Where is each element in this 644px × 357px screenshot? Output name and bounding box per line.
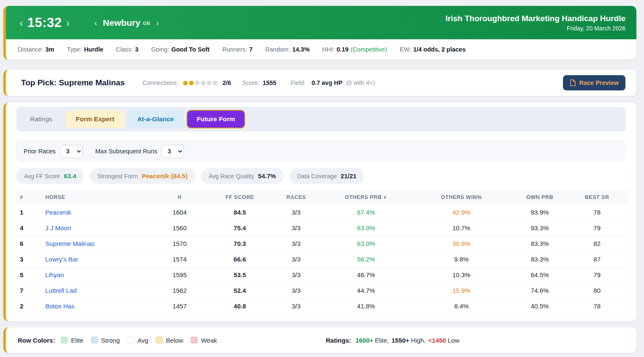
cell-best-sr: 79 [566, 220, 628, 236]
column-header-own-prb[interactable]: OWN PRB [514, 190, 566, 204]
max-subsequent-runs-label: Max Subsequent Runs [95, 148, 157, 155]
legend-item-avg: Avg [127, 337, 149, 344]
rating-tier-label: Low [448, 337, 460, 344]
stat-pill-data-coverage: Data Coverage21/21 [290, 168, 364, 184]
next-race-chevron-icon[interactable]: › [63, 17, 72, 28]
race-info-item: Class:3 [116, 46, 138, 53]
cell-ff-score: 40.8 [211, 298, 269, 314]
stat-value: 63.4 [64, 172, 76, 180]
horse-link[interactable]: J J Moon [45, 224, 71, 232]
column-header-ff-score[interactable]: FF SCORE [211, 190, 269, 204]
cell-own-prb: 83.3% [514, 236, 566, 251]
race-header-card: ‹ 15:32 › ‹ Newbury GB › Irish Thoroughb… [3, 6, 636, 60]
cell-h-rating: 1604 [149, 204, 211, 220]
table-row: 2Botox Has145740.83/341.8%8.4%40.5%78 [16, 298, 628, 314]
horse-link[interactable]: Supreme Malinas [45, 240, 95, 247]
race-title: Irish Thoroughbred Marketing Handicap Hu… [446, 14, 625, 23]
top-pick-title: Top Pick: Supreme Malinas [21, 78, 125, 87]
column-header-horse[interactable]: HORSE [44, 190, 149, 204]
field-label: Field: [291, 79, 306, 86]
legend-item-strong: Strong [91, 337, 120, 344]
connection-dot [189, 81, 194, 85]
connections-group: Connections: 2/6 [143, 79, 231, 86]
race-info-item: Runners:7 [222, 46, 253, 53]
cell-others-prb: 46.7% [323, 267, 409, 283]
cell-others-win: 9.8% [409, 251, 514, 267]
race-info-item: Going:Good To Soft [151, 46, 209, 53]
prev-course-chevron-icon[interactable]: ‹ [92, 19, 100, 27]
horse-link[interactable]: Lowry's Bar [45, 256, 78, 263]
tab-at-a-glance[interactable]: At-a-Glance [127, 110, 184, 128]
connections-count: 2/6 [222, 79, 231, 86]
cell-others-prb: 67.4% [323, 204, 409, 220]
race-info-label: Going: [151, 46, 169, 53]
race-banner: ‹ 15:32 › ‹ Newbury GB › Irish Thoroughb… [6, 6, 636, 39]
column-header-others-win-[interactable]: OTHERS WIN% [409, 190, 514, 204]
field-value: 0.7 avg HP [311, 79, 342, 86]
table-row: 5Lihyan159553.53/346.7%10.3%64.5%79 [16, 267, 628, 283]
connection-dot [207, 81, 211, 85]
legend-swatch [127, 337, 134, 343]
cell-others-win: 15.9% [409, 283, 514, 298]
max-subsequent-runs-select[interactable]: 3 [161, 145, 184, 158]
race-info-label: EW: [400, 46, 411, 53]
race-info-value: 3m [45, 46, 54, 53]
cell-number: 5 [16, 267, 44, 283]
race-title-block: Irish Thoroughbred Marketing Handicap Hu… [446, 14, 625, 32]
cell-number: 2 [16, 298, 44, 314]
legend-label: Strong [101, 337, 120, 344]
horse-link[interactable]: Lihyan [45, 271, 64, 278]
cell-own-prb: 64.5% [514, 267, 566, 283]
future-form-table: #HORSEHFF SCORERACESOTHERS PRB▼OTHERS WI… [16, 190, 628, 314]
cell-horse: Luttrell Lad [44, 283, 149, 298]
tab-bar: RatingsForm ExpertAt-a-GlanceFuture Form [16, 107, 626, 131]
tab-form-expert[interactable]: Form Expert [66, 110, 124, 128]
connection-dot [213, 81, 217, 85]
next-course-chevron-icon[interactable]: › [154, 19, 162, 27]
column-header--[interactable]: # [16, 190, 44, 204]
horse-link[interactable]: Peacenik [45, 209, 71, 216]
prev-race-chevron-icon[interactable]: ‹ [17, 17, 26, 28]
stat-label: Avg FF Score [24, 173, 60, 180]
race-info-value: Hurdle [84, 46, 103, 53]
row-colors-legend: EliteStrongAvgBelowWeak [61, 337, 225, 344]
tab-ratings[interactable]: Ratings [19, 110, 63, 128]
cell-ff-score: 75.4 [211, 220, 269, 236]
cell-number: 4 [16, 220, 44, 236]
column-header-h[interactable]: H [149, 190, 211, 204]
race-info-bar: Distance:3mType:HurdleClass:3Going:Good … [6, 39, 636, 60]
table-header-row: #HORSEHFF SCORERACESOTHERS PRB▼OTHERS WI… [16, 190, 628, 204]
race-info-value: 3 [135, 46, 138, 53]
rating-threshold: 1550+ [392, 337, 409, 344]
cell-ff-score: 53.5 [211, 267, 269, 283]
cell-h-rating: 1560 [149, 220, 211, 236]
cell-ff-score: 66.6 [211, 251, 269, 267]
table-row: 7Luttrell Lad156252.43/344.7%15.9%74.6%8… [16, 283, 628, 298]
column-header-others-prb[interactable]: OTHERS PRB▼ [323, 190, 409, 204]
stat-value: 21/21 [341, 172, 357, 180]
connection-dot [195, 81, 200, 85]
cell-races: 3/3 [269, 267, 323, 283]
cell-h-rating: 1595 [149, 267, 211, 283]
cell-best-sr: 78 [566, 204, 628, 220]
stat-pill-avg-ff-score: Avg FF Score63.4 [16, 168, 84, 184]
score-value: 1555 [262, 79, 276, 86]
cell-number: 1 [16, 204, 44, 220]
column-header-best-sr[interactable]: BEST SR [566, 190, 628, 204]
tab-future-form[interactable]: Future Form [187, 110, 245, 128]
cell-others-win: 10.3% [409, 267, 514, 283]
race-info-value: Good To Soft [171, 46, 210, 53]
cell-h-rating: 1574 [149, 251, 211, 267]
horse-link[interactable]: Luttrell Lad [45, 287, 76, 294]
ratings-key-values: 1600+Elite,1550+High,<1450Low [355, 337, 462, 344]
cell-races: 3/3 [269, 220, 323, 236]
country-code: GB [143, 21, 151, 26]
ratings-key-label: Ratings: [326, 337, 351, 344]
horse-link[interactable]: Botox Has [45, 302, 74, 310]
race-info-value: 1/4 odds, 2 places [413, 46, 465, 53]
column-header-races[interactable]: RACES [269, 190, 323, 204]
race-preview-button[interactable]: Race Preview [563, 75, 625, 90]
controls-row: Prior Races 3 Max Subsequent Runs 3 [16, 141, 626, 162]
prior-races-select[interactable]: 3 [60, 145, 83, 158]
cell-others-win: 10.7% [409, 220, 514, 236]
